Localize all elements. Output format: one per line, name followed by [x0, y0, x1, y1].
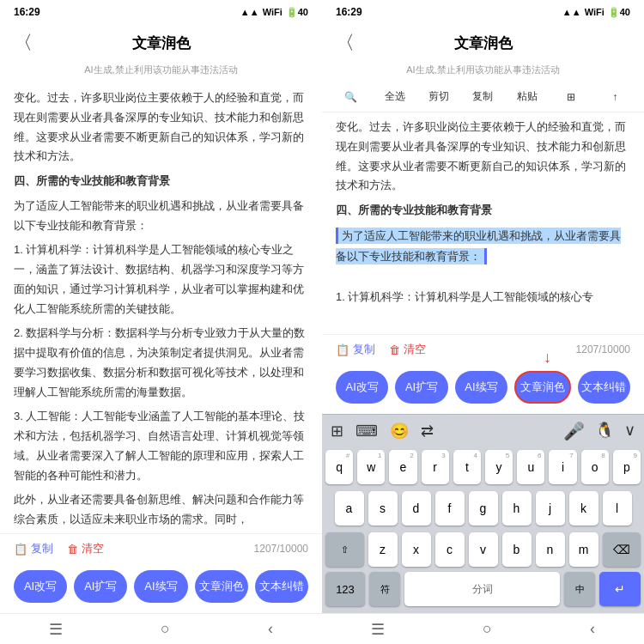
action-buttons-left: AI改写 AI扩写 AI续写 文章润色 文本纠错: [0, 563, 322, 613]
nav-bar-right: ☰ ○ ‹: [322, 613, 644, 644]
kb-chevron-icon[interactable]: ∨: [624, 421, 635, 441]
text-correct-button-left[interactable]: 文本纠错: [255, 570, 308, 603]
ai-expand-button-right[interactable]: AI扩写: [395, 371, 447, 404]
action-buttons-right: ↓ AI改写 AI扩写 AI续写 文章润色 文本纠错: [322, 364, 644, 414]
subtitle-left: AI生成,禁止利用该功能从事违法活动: [0, 62, 322, 82]
bottom-toolbar-left: 📋 复制 🗑 清空 1207/10000: [0, 533, 322, 563]
key-shift[interactable]: ⇧: [325, 532, 364, 567]
key-s[interactable]: s: [368, 491, 398, 526]
keyboard-toolbar: ⊞ ⌨ 😊 ⇄ 🎤 🐧 ∨: [322, 414, 644, 447]
nav-bar-left: ☰ ○ ‹: [0, 613, 322, 644]
trash-icon-right: 🗑: [389, 343, 400, 356]
back-button-left[interactable]: 〈: [14, 30, 33, 56]
status-bar-right: 16:29 ▲▲ WiFi 🔋40: [322, 0, 644, 24]
clear-button-left[interactable]: 🗑 清空: [67, 541, 104, 556]
nav-menu-icon-left[interactable]: ☰: [49, 620, 63, 639]
copy-button-left[interactable]: 📋 复制: [14, 541, 53, 556]
key-d[interactable]: d: [402, 491, 431, 526]
nav-menu-icon-right[interactable]: ☰: [371, 620, 385, 639]
key-v[interactable]: v: [469, 532, 498, 567]
ai-rewrite-button-left[interactable]: AI改写: [14, 570, 67, 603]
nav-back-icon-right[interactable]: ‹: [590, 620, 595, 638]
nav-home-icon-right[interactable]: ○: [483, 620, 492, 638]
key-b[interactable]: b: [502, 532, 532, 567]
ai-continue-button-left[interactable]: AI续写: [134, 570, 187, 603]
copy-button-right[interactable]: 📋 复制: [336, 342, 375, 357]
key-l[interactable]: l: [603, 491, 632, 526]
article-polish-button-right[interactable]: 文章润色: [514, 371, 570, 404]
key-h[interactable]: h: [502, 491, 532, 526]
ctx-icon1[interactable]: ⊞: [549, 88, 592, 106]
key-j[interactable]: j: [536, 491, 565, 526]
kb-grid-icon[interactable]: ⊞: [331, 422, 343, 440]
key-y[interactable]: y5: [485, 450, 513, 484]
key-g[interactable]: g: [469, 491, 498, 526]
kb-tool-right: 🎤 🐧 ∨: [563, 421, 635, 441]
key-lang[interactable]: 中: [564, 572, 595, 606]
signal-icon-left: ▲▲: [240, 7, 259, 17]
text-correct-button-right[interactable]: 文本纠错: [578, 371, 630, 404]
ai-expand-button-left[interactable]: AI扩写: [74, 570, 127, 603]
status-icons-left: ▲▲ WiFi 🔋40: [240, 7, 308, 18]
key-enter[interactable]: ↵: [599, 572, 641, 606]
key-num[interactable]: 123: [325, 572, 365, 606]
nav-back-icon-left[interactable]: ‹: [268, 620, 273, 638]
context-menu-bar: 🔍 全选 剪切 复制 粘贴 ⊞ ↑: [322, 82, 644, 112]
key-t[interactable]: t4: [453, 450, 481, 484]
key-k[interactable]: k: [569, 491, 598, 526]
time-right: 16:29: [336, 6, 362, 18]
key-q[interactable]: q#: [325, 450, 353, 484]
key-r[interactable]: r3: [422, 450, 449, 484]
key-delete[interactable]: ⌫: [603, 532, 641, 567]
ctx-search[interactable]: 🔍: [329, 88, 373, 106]
ai-continue-button-right[interactable]: AI续写: [455, 371, 507, 404]
ctx-copy[interactable]: 复制: [461, 86, 505, 107]
key-n[interactable]: n: [536, 532, 565, 567]
article-text-left: 变化。过去，许多职业岗位主要依赖于人的经验和直觉，而现在则需要从业者具备深厚的专…: [14, 88, 308, 530]
header-right: 〈 文章润色: [322, 24, 644, 62]
kb-row-3: ⇧ z x c v b n m ⌫: [325, 532, 641, 567]
content-area-right: 变化。过去，许多职业岗位主要依赖于人的经验和直觉，而现在则需要从业者具备深厚的专…: [322, 112, 644, 334]
key-c[interactable]: c: [435, 532, 465, 567]
ctx-share[interactable]: ↑: [593, 88, 637, 106]
kb-emoji-icon[interactable]: 😊: [390, 422, 409, 440]
key-p[interactable]: p9: [613, 450, 641, 484]
key-o[interactable]: o8: [581, 450, 609, 484]
ctx-cut[interactable]: 剪切: [417, 86, 461, 107]
ctx-select-all[interactable]: 全选: [373, 86, 416, 107]
key-w[interactable]: w1: [357, 450, 385, 484]
kb-mic-icon[interactable]: 🎤: [563, 421, 585, 441]
kb-transfer-icon[interactable]: ⇄: [421, 422, 434, 440]
back-button-right[interactable]: 〈: [336, 30, 355, 56]
header-left: 〈 文章润色: [0, 24, 322, 62]
char-count-left: 1207/10000: [254, 543, 308, 555]
battery-icon-left: 🔋40: [286, 7, 308, 18]
time-left: 16:29: [14, 6, 40, 18]
key-symbol[interactable]: 符: [369, 572, 400, 606]
key-f[interactable]: f: [435, 491, 465, 526]
article-polish-button-left[interactable]: 文章润色: [195, 570, 248, 603]
nav-home-icon-left[interactable]: ○: [161, 620, 170, 638]
key-a[interactable]: a: [335, 491, 364, 526]
key-e[interactable]: e2: [389, 450, 416, 484]
bottom-toolbar-right: 📋 复制 🗑 清空 1207/10000: [322, 334, 644, 364]
kb-row-2: a s d f g h j k l: [325, 491, 641, 526]
key-space[interactable]: 分词: [404, 572, 560, 606]
key-x[interactable]: x: [402, 532, 431, 567]
char-count-right: 1207/10000: [576, 343, 630, 355]
kb-keyboard-icon[interactable]: ⌨: [355, 422, 378, 440]
status-bar-left: 16:29 ▲▲ WiFi 🔋40: [0, 0, 322, 24]
clear-button-right[interactable]: 🗑 清空: [389, 342, 426, 357]
key-m[interactable]: m: [569, 532, 598, 567]
article-text-right: 变化。过去，许多职业岗位主要依赖于人的经验和直觉，而现在则需要从业者具备深厚的专…: [336, 118, 630, 307]
signal-icon-right: ▲▲: [562, 7, 581, 17]
ai-rewrite-button-right[interactable]: AI改写: [336, 371, 388, 404]
kb-row-1: q# w1 e2 r3 t4 y5 u6 i7 o8 p9: [325, 450, 641, 484]
kb-more-icon[interactable]: 🐧: [595, 421, 614, 441]
kb-bottom-row: 123 符 分词 中 ↵: [322, 568, 644, 613]
page-title-left: 文章润色: [132, 33, 191, 53]
ctx-paste[interactable]: 粘贴: [505, 86, 549, 107]
key-u[interactable]: u6: [517, 450, 544, 484]
key-i[interactable]: i7: [549, 450, 576, 484]
key-z[interactable]: z: [368, 532, 398, 567]
